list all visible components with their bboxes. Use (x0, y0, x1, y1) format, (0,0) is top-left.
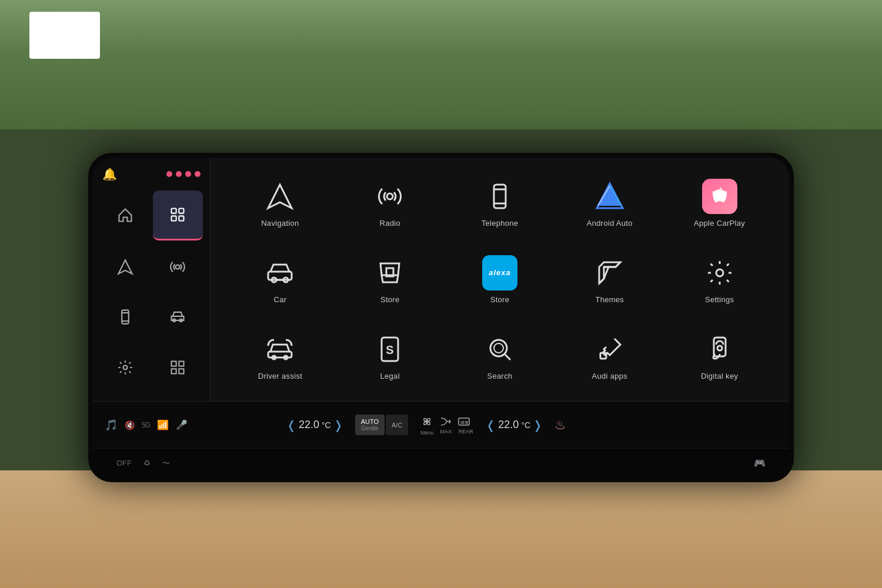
svg-point-29 (716, 269, 723, 276)
app-store[interactable]: Store (338, 246, 442, 313)
right-temp-arrow-left: ❬ (486, 418, 496, 432)
bottom-bar: OFF ♻ 〜 🎮 (93, 448, 789, 477)
status-left-icons: 🎵 🔇 5G 📶 🎤 (105, 419, 222, 432)
app-settings-label: Settings (705, 295, 734, 304)
app-themes[interactable]: Themes (557, 246, 662, 313)
auto-label: AUTO (361, 418, 379, 425)
app-store-label: Store (380, 295, 400, 304)
wifi-icon: 📶 (157, 419, 169, 430)
app-car[interactable]: Car (228, 246, 332, 313)
svg-rect-38 (600, 353, 606, 359)
app-legal[interactable]: S Legal (338, 322, 442, 389)
svg-text:S: S (386, 343, 394, 356)
fan-menu-btn[interactable]: Menu (420, 415, 434, 436)
apple-carplay-icon (702, 179, 737, 214)
mic-icon: 🎤 (176, 419, 188, 430)
seat-heat-icon: ♨ (554, 417, 566, 433)
wave-icon: 〜 (162, 458, 170, 469)
media-icon: 🎵 (105, 419, 118, 432)
svg-point-35 (490, 340, 507, 356)
svg-rect-16 (494, 185, 506, 208)
right-temp-arrow-right: ❭ (533, 418, 543, 432)
signal-5g-icon: 5G (142, 421, 150, 429)
app-navigation[interactable]: Navigation (228, 169, 332, 236)
app-android-auto-label: Android Auto (587, 219, 633, 228)
recirculation-icon: ♻ (143, 459, 151, 467)
gentle-label: Gentle (361, 425, 379, 432)
app-telephone[interactable]: Telephone (448, 169, 552, 236)
store-icon (372, 255, 407, 290)
mute-icon: 🔇 (125, 420, 135, 430)
fan-menu-label: Menu (420, 430, 434, 436)
svg-point-40 (717, 346, 722, 350)
app-legal-label: Legal (380, 372, 400, 380)
svg-rect-0 (172, 208, 176, 213)
nav-icon (262, 179, 298, 214)
dot-1 (166, 171, 172, 177)
auto-btn[interactable]: AUTO Gentle (355, 415, 385, 435)
ac-buttons: AUTO Gentle A/C (355, 415, 409, 435)
app-driver-assist[interactable]: Driver assist (228, 322, 332, 389)
app-digital-key-label: Digital key (701, 372, 738, 380)
svg-point-4 (176, 265, 180, 269)
app-radio-label: Radio (379, 219, 400, 228)
sidebar-item-store[interactable] (153, 343, 203, 392)
svg-rect-2 (172, 216, 176, 220)
telephone-icon (482, 179, 517, 214)
app-audi-apps[interactable]: Audi apps (557, 322, 662, 389)
android-auto-icon (592, 179, 627, 214)
themes-icon (592, 255, 627, 290)
bell-icon: 🔔 (102, 167, 117, 181)
app-digital-key[interactable]: Digital key (667, 322, 771, 389)
app-alexa-label: Store (490, 295, 510, 304)
radio-icon (372, 179, 407, 214)
svg-rect-14 (179, 369, 184, 373)
left-temp-unit: °C (322, 420, 331, 430)
app-radio[interactable]: Radio (338, 169, 442, 236)
app-android-auto[interactable]: Android Auto (557, 169, 662, 236)
app-alexa[interactable]: alexa Store (448, 246, 552, 313)
dot-4 (195, 171, 201, 177)
right-temp-display: ❬ 22.0 °C ❭ (486, 418, 543, 432)
sidebar-item-car[interactable] (153, 293, 203, 342)
app-car-label: Car (273, 295, 286, 304)
main-content: Navigation Radio (211, 158, 789, 401)
app-search[interactable]: Search (448, 322, 552, 389)
sidebar-item-home[interactable] (100, 191, 151, 240)
right-temp-unit: °C (521, 420, 530, 430)
fan-controls: Menu MAX ⊞⊞ REAR (420, 415, 474, 436)
svg-rect-11 (172, 362, 176, 366)
svg-rect-12 (179, 362, 184, 366)
dot-3 (185, 171, 191, 177)
car-icon (262, 255, 298, 290)
app-telephone-label: Telephone (482, 219, 519, 228)
ac-btn[interactable]: A/C (386, 415, 408, 435)
dots-indicator (166, 171, 201, 177)
svg-text:⊞⊞: ⊞⊞ (460, 420, 469, 425)
climate-bar: 🎵 🔇 5G 📶 🎤 ❬ 22.0 °C ❭ AUTO Gentle (93, 401, 789, 448)
fan-rear-btn[interactable]: ⊞⊞ REAR (457, 416, 474, 435)
right-temp-value: 22.0 (498, 419, 519, 431)
svg-rect-3 (179, 216, 184, 220)
off-label[interactable]: OFF (116, 459, 132, 467)
app-navigation-label: Navigation (261, 219, 299, 228)
fan-max-label: MAX (440, 429, 452, 435)
left-temp-value: 22.0 (299, 419, 319, 431)
fan-max-btn[interactable]: MAX (439, 416, 453, 435)
sidebar-item-menu[interactable] (153, 191, 203, 240)
legal-icon: S (372, 332, 407, 367)
steering-heat-icon: 🎮 (754, 457, 766, 469)
svg-line-37 (505, 355, 510, 360)
svg-rect-1 (179, 208, 184, 213)
sidebar-item-phone[interactable] (100, 293, 151, 342)
app-themes-label: Themes (595, 295, 624, 304)
svg-rect-13 (172, 369, 176, 373)
sidebar-item-settings[interactable] (100, 343, 151, 392)
app-settings[interactable]: Settings (667, 246, 771, 313)
sidebar-item-radio[interactable] (153, 243, 203, 291)
app-apple-carplay-label: Apple CarPlay (694, 219, 745, 228)
infotainment-screen: 🔔 (88, 153, 794, 482)
sidebar-item-navigation[interactable] (100, 243, 151, 291)
app-apple-carplay[interactable]: Apple CarPlay (667, 169, 771, 236)
sidebar-grid (100, 191, 203, 392)
